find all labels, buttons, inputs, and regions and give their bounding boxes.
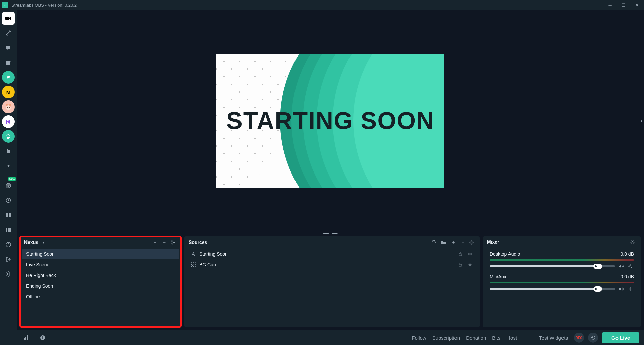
scenes-header: Nexus ▼ ＋ － bbox=[20, 236, 181, 248]
record-button[interactable]: REC bbox=[574, 333, 584, 343]
scene-item[interactable]: Starting Soon bbox=[22, 249, 179, 259]
title-bar: ∞ Streamlabs OBS - Version: 0.20.2 ─ ☐ ✕ bbox=[0, 0, 644, 10]
source-item[interactable]: 🖼BG Card bbox=[186, 259, 478, 270]
replay-buffer-button[interactable] bbox=[588, 333, 598, 343]
scene-item[interactable]: Ending Soon bbox=[22, 281, 179, 291]
scene-settings-button[interactable] bbox=[170, 240, 177, 245]
puzzle-icon bbox=[6, 148, 11, 154]
test-widgets-button[interactable]: Test Widgets bbox=[537, 334, 570, 342]
gear-icon bbox=[630, 239, 635, 245]
speaker-icon bbox=[619, 264, 624, 269]
scene-item[interactable]: Offline bbox=[22, 291, 179, 302]
track-settings-button[interactable] bbox=[628, 264, 634, 269]
nav-apps[interactable] bbox=[2, 145, 15, 157]
mute-button[interactable] bbox=[619, 264, 625, 269]
nav-store[interactable] bbox=[2, 56, 15, 69]
info-button[interactable]: i bbox=[40, 335, 48, 340]
maximize-button[interactable]: ☐ bbox=[619, 3, 629, 8]
app-plugin-2[interactable] bbox=[2, 100, 15, 113]
source-visibility-button[interactable] bbox=[468, 263, 474, 267]
remove-scene-button[interactable]: － bbox=[161, 239, 168, 245]
event-host-button[interactable]: Host bbox=[504, 334, 519, 342]
scene-item[interactable]: Live Scene bbox=[22, 259, 179, 270]
footer-divider bbox=[36, 335, 36, 341]
svg-rect-15 bbox=[8, 228, 9, 232]
mixer-settings-button[interactable] bbox=[630, 239, 637, 245]
nav-chat[interactable] bbox=[2, 42, 15, 54]
app-plugin-4[interactable] bbox=[2, 130, 15, 143]
nav-globe[interactable]: New bbox=[2, 179, 15, 192]
scenes-collection-name[interactable]: Nexus bbox=[24, 239, 38, 245]
nav-recent[interactable] bbox=[2, 194, 15, 207]
nav-settings[interactable] bbox=[2, 268, 15, 280]
track-db: 0.0 dB bbox=[621, 251, 634, 257]
leaf-icon bbox=[5, 74, 11, 80]
event-bits-button[interactable]: Bits bbox=[490, 334, 502, 342]
plugin-m-icon: M bbox=[6, 89, 11, 95]
event-follow-button[interactable]: Follow bbox=[410, 334, 428, 342]
preview-area[interactable]: STARTING SOON ‹ bbox=[17, 10, 644, 231]
source-lock-button[interactable] bbox=[458, 252, 464, 256]
gear-icon bbox=[170, 240, 175, 245]
nav-expand-down[interactable]: ▾ bbox=[2, 159, 15, 172]
main-area: STARTING SOON ‹ Nexus ▼ ＋ bbox=[17, 10, 644, 330]
speaker-icon bbox=[619, 287, 624, 291]
mute-button[interactable] bbox=[619, 287, 625, 291]
nav-editor[interactable] bbox=[2, 12, 15, 25]
scene-item[interactable]: Be Right Back bbox=[22, 270, 179, 281]
go-live-button[interactable]: Go Live bbox=[602, 332, 639, 343]
add-folder-button[interactable]: + bbox=[441, 240, 447, 245]
stats-button[interactable] bbox=[23, 335, 32, 340]
mixer-panel: Mixer Desktop Audio0.0 dBMic/Aux0.0 dB bbox=[483, 236, 641, 327]
chevron-down-icon[interactable]: ▼ bbox=[42, 240, 45, 244]
app-streamlabs[interactable] bbox=[2, 71, 15, 84]
app-logo-icon: ∞ bbox=[2, 2, 8, 8]
scene-label: Be Right Back bbox=[26, 273, 56, 278]
source-transition-button[interactable] bbox=[431, 240, 438, 245]
remove-source-button[interactable]: － bbox=[460, 239, 466, 245]
minimize-button[interactable]: ─ bbox=[605, 3, 615, 8]
transition-icon bbox=[431, 240, 437, 245]
svg-point-5 bbox=[9, 107, 10, 108]
add-scene-button[interactable]: ＋ bbox=[152, 239, 158, 245]
source-settings-button[interactable] bbox=[469, 240, 476, 245]
minus-icon: － bbox=[162, 239, 167, 245]
close-button[interactable]: ✕ bbox=[632, 3, 642, 8]
undo-icon bbox=[590, 335, 596, 340]
sources-list: AStarting Soon🖼BG Card bbox=[184, 248, 480, 327]
svg-rect-6 bbox=[6, 120, 7, 124]
nav-help[interactable]: ? bbox=[2, 238, 15, 251]
footer-bar: i FollowSubscriptionDonationBitsHost Tes… bbox=[0, 330, 644, 345]
nav-columns[interactable] bbox=[2, 223, 15, 236]
mixer-track: Mic/Aux0.0 dB bbox=[485, 271, 639, 293]
event-buttons: FollowSubscriptionDonationBitsHost bbox=[410, 334, 519, 342]
globe-icon bbox=[5, 183, 11, 189]
scenes-list: Starting SoonLive SceneBe Right BackEndi… bbox=[20, 248, 181, 327]
nav-grid[interactable] bbox=[2, 209, 15, 221]
add-source-button[interactable]: ＋ bbox=[450, 239, 457, 245]
nav-logout[interactable] bbox=[2, 253, 15, 266]
app-plugin-3[interactable] bbox=[2, 115, 15, 128]
svg-rect-23 bbox=[459, 254, 462, 256]
event-subscription-button[interactable]: Subscription bbox=[430, 334, 462, 342]
lock-icon bbox=[458, 252, 462, 256]
source-visibility-button[interactable] bbox=[468, 252, 474, 256]
app-plugin-1[interactable]: M bbox=[2, 86, 15, 98]
event-donation-button[interactable]: Donation bbox=[464, 334, 488, 342]
track-settings-button[interactable] bbox=[628, 287, 634, 291]
source-item[interactable]: AStarting Soon bbox=[186, 249, 478, 259]
svg-point-28 bbox=[630, 266, 631, 267]
svg-rect-31 bbox=[25, 337, 26, 340]
volume-slider[interactable] bbox=[490, 288, 615, 290]
gear-icon bbox=[628, 287, 633, 291]
nav-themes[interactable] bbox=[2, 27, 15, 40]
volume-slider[interactable] bbox=[490, 265, 615, 267]
plus-icon: ＋ bbox=[451, 239, 456, 245]
panel-resize-handle[interactable] bbox=[17, 231, 644, 236]
expand-right-button[interactable]: ‹ bbox=[641, 117, 643, 124]
source-lock-button[interactable] bbox=[458, 263, 464, 267]
folder-plus-icon: + bbox=[441, 240, 446, 245]
source-label: Starting Soon bbox=[199, 251, 228, 257]
svg-rect-32 bbox=[27, 335, 28, 340]
refresh-icon bbox=[5, 133, 11, 139]
